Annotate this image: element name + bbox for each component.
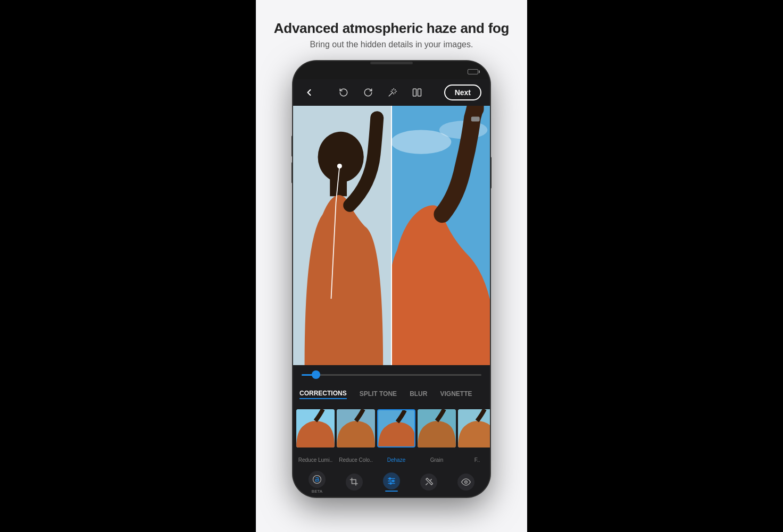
svg-rect-0	[413, 89, 416, 96]
adjust-underline	[385, 491, 398, 492]
beta-tool[interactable]: BETA	[309, 471, 326, 494]
power-button	[490, 157, 492, 189]
image-right	[392, 106, 490, 365]
beta-svg	[312, 474, 322, 485]
svg-point-6	[337, 164, 342, 168]
image-area	[293, 106, 490, 365]
thumb-reduce-colo[interactable]	[337, 409, 375, 447]
compare-icon[interactable]	[410, 85, 424, 100]
status-bar	[293, 64, 490, 79]
page-title: Advanced atmospheric haze and fog	[274, 20, 509, 37]
thumb-svg-5	[458, 409, 490, 447]
bottom-toolbar: BETA	[293, 467, 490, 497]
svg-rect-11	[471, 116, 480, 121]
slider-track[interactable]	[302, 374, 481, 376]
center-panel: Advanced atmospheric haze and fog Bring …	[256, 0, 527, 532]
undo-icon[interactable]	[336, 85, 351, 100]
thumb-more[interactable]	[458, 409, 490, 447]
thumb-svg-3	[378, 410, 415, 447]
beta-label: BETA	[312, 489, 322, 494]
redo-icon[interactable]	[361, 85, 376, 100]
battery-tip	[479, 71, 480, 73]
label-grain: Grain	[418, 457, 456, 463]
svg-point-24	[465, 481, 468, 484]
notch	[370, 62, 413, 64]
thumbs-row	[293, 404, 490, 452]
crop-tool[interactable]	[346, 474, 363, 491]
healing-svg	[424, 477, 434, 487]
adjust-tool[interactable]	[383, 472, 400, 492]
adjust-icon	[383, 472, 400, 489]
toolbar-left	[302, 85, 316, 100]
tab-blur[interactable]: BLUR	[410, 390, 427, 399]
eye-tool[interactable]	[457, 474, 474, 491]
healing-icon	[420, 474, 437, 491]
label-dehaze: Dehaze	[377, 457, 415, 463]
beta-icon	[309, 471, 326, 488]
eye-svg	[461, 477, 471, 487]
tab-corrections[interactable]: CORRECTIONS	[299, 390, 347, 399]
slider-row	[293, 365, 490, 384]
thumb-svg-2	[337, 409, 375, 447]
wand-icon[interactable]	[385, 85, 400, 100]
label-reduce-colo: Reduce Colo..	[337, 457, 375, 463]
thumb-svg-4	[418, 409, 456, 447]
next-button[interactable]: Next	[444, 85, 481, 100]
labels-row: Reduce Lumi.. Reduce Colo.. Dehaze Grain…	[293, 452, 490, 467]
thumb-svg-1	[296, 409, 335, 447]
svg-point-22	[393, 480, 394, 482]
svg-point-21	[389, 478, 391, 479]
healing-tool[interactable]	[420, 474, 437, 491]
image-left	[293, 106, 392, 365]
battery-icon	[468, 69, 478, 74]
thumb-grain[interactable]	[418, 409, 456, 447]
crop-icon	[346, 474, 363, 491]
svg-point-4	[318, 132, 364, 182]
slider-thumb[interactable]	[312, 370, 320, 379]
label-more: F..	[458, 457, 490, 463]
image-left-svg	[293, 106, 392, 365]
thumb-reduce-lumi[interactable]	[296, 409, 335, 447]
svg-point-23	[390, 483, 392, 484]
tab-split-tone[interactable]: SPLIT TONE	[360, 390, 397, 399]
phone-mockup: Next	[293, 61, 490, 497]
thumb-dehaze[interactable]	[377, 409, 415, 447]
app-toolbar: Next	[293, 79, 490, 106]
adjust-svg	[387, 476, 396, 486]
label-reduce-lumi: Reduce Lumi..	[296, 457, 335, 463]
page-subtitle: Bring out the hidden details in your ima…	[310, 40, 473, 49]
phone-shell: Next	[293, 61, 490, 497]
image-right-svg	[392, 106, 490, 365]
status-right	[468, 69, 478, 74]
back-icon[interactable]	[302, 85, 316, 100]
crop-svg	[349, 477, 359, 487]
split-divider	[391, 106, 392, 365]
eye-icon	[457, 474, 474, 491]
tab-vignette[interactable]: VIGNETTE	[440, 390, 472, 399]
toolbar-center	[336, 85, 424, 100]
svg-rect-1	[418, 89, 421, 96]
tabs-row: CORRECTIONS SPLIT TONE BLUR VIGNETTE	[293, 384, 490, 404]
